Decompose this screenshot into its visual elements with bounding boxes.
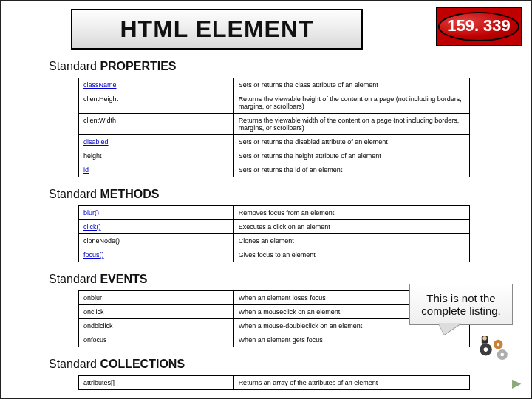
section-heading: Standard PROPERTIES [49, 60, 528, 73]
cell-desc: Returns the viewable width of the conten… [233, 114, 469, 135]
callout-text: This is not the complete listing. [421, 292, 501, 317]
callout-tail [438, 323, 462, 335]
section-heading-bold: COLLECTIONS [100, 358, 185, 370]
table-row: classNameSets or returns the class attri… [79, 78, 470, 92]
cell-name: id [79, 163, 234, 177]
slide-inner: HTML ELEMENT 159. 339 Standard PROPERTIE… [4, 4, 528, 395]
cell-desc: Sets or returns the id of an element [233, 163, 469, 177]
reference-link[interactable]: blur() [83, 209, 99, 216]
cell-desc: Clones an element [233, 234, 469, 248]
cell-name: attributes[] [79, 376, 234, 390]
section-heading-prefix: Standard [49, 273, 100, 285]
reference-table: blur()Removes focus from an elementclick… [78, 205, 470, 262]
section-heading-prefix: Standard [49, 358, 100, 370]
reference-link[interactable]: focus() [83, 251, 104, 259]
svg-point-5 [500, 353, 504, 357]
sections-container: Standard PROPERTIESclassNameSets or retu… [4, 60, 528, 390]
cell-name: onclick [79, 305, 234, 319]
cell-desc: Sets or returns the disabled attribute o… [233, 135, 469, 149]
table-row: idSets or returns the id of an element [79, 163, 470, 177]
cell-name: cloneNode() [79, 234, 234, 248]
cell-name: click() [79, 220, 234, 234]
slide: HTML ELEMENT 159. 339 Standard PROPERTIE… [0, 0, 532, 399]
page-number: 159. 339 [438, 12, 519, 41]
cell-desc: Returns an array of the attributes of an… [233, 376, 469, 390]
svg-point-7 [482, 336, 487, 341]
table-row: disabledSets or returns the disabled att… [79, 135, 470, 149]
table-row: heightSets or returns the height attribu… [79, 149, 470, 163]
cell-desc: Executes a click on an element [233, 220, 469, 234]
callout-box: This is not the complete listing. [409, 284, 513, 325]
table-row: cloneNode()Clones an element [79, 234, 470, 248]
section-heading-bold: PROPERTIES [100, 60, 176, 72]
callout: This is not the complete listing. [409, 284, 513, 325]
cell-name: height [79, 149, 234, 163]
page-number-badge: 159. 339 [436, 7, 522, 46]
table-row: focus()Gives focus to an element [79, 248, 470, 262]
table-row: attributes[]Returns an array of the attr… [79, 376, 470, 390]
reference-link[interactable]: id [83, 166, 89, 174]
reference-link[interactable]: className [83, 81, 117, 89]
cell-name: focus() [79, 248, 234, 262]
reference-link[interactable]: disabled [83, 138, 109, 146]
cell-desc: Sets or returns the height attribute of … [233, 149, 469, 163]
section-heading: Standard COLLECTIONS [49, 358, 528, 371]
table-row: clientHeightReturns the viewable height … [79, 92, 470, 114]
gear-decoration [474, 334, 516, 362]
table-row: clientWidthReturns the viewable width of… [79, 114, 470, 135]
cell-desc: Removes focus from an element [233, 206, 469, 220]
gears-icon [474, 334, 516, 362]
cell-name: disabled [79, 135, 234, 149]
section-heading-bold: METHODS [100, 188, 159, 200]
cell-desc: Gives focus to an element [233, 248, 469, 262]
reference-table: classNameSets or returns the class attri… [78, 78, 470, 177]
cell-name: ondblclick [79, 319, 234, 333]
section-heading-prefix: Standard [49, 188, 100, 200]
reference-link[interactable]: click() [83, 223, 101, 231]
cell-desc: When an element gets focus [233, 333, 469, 347]
section-heading-prefix: Standard [49, 60, 100, 72]
svg-point-3 [497, 343, 499, 346]
cell-name: onblur [79, 291, 234, 305]
table-row: onfocusWhen an element gets focus [79, 333, 470, 347]
section-heading-bold: EVENTS [100, 273, 147, 285]
next-arrow-icon[interactable]: ▶ [510, 377, 523, 390]
reference-table: attributes[]Returns an array of the attr… [78, 375, 470, 390]
section-heading: Standard METHODS [49, 188, 528, 201]
page-title: HTML ELEMENT [120, 16, 313, 43]
cell-desc: Returns the viewable height of the conte… [233, 92, 469, 114]
cell-name: clientWidth [79, 114, 234, 135]
cell-name: blur() [79, 206, 234, 220]
cell-name: onfocus [79, 333, 234, 347]
cell-name: clientHeight [79, 92, 234, 114]
table-row: blur()Removes focus from an element [79, 206, 470, 220]
cell-desc: Sets or returns the class attribute of a… [233, 78, 469, 92]
cell-name: className [79, 78, 234, 92]
title-bar: HTML ELEMENT [71, 9, 363, 50]
svg-point-1 [484, 347, 488, 352]
table-row: click()Executes a click on an element [79, 220, 470, 234]
